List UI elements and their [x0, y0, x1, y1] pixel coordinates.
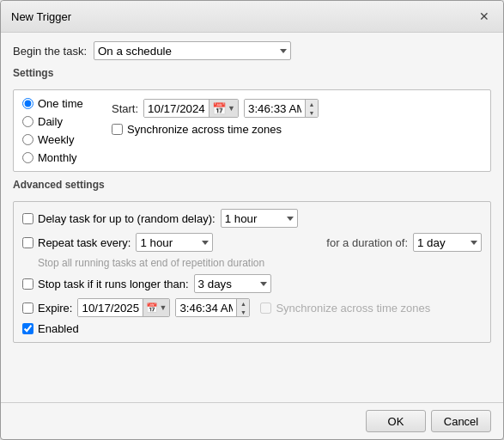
start-date-input[interactable] — [144, 100, 209, 117]
start-date-container: 📅 ▼ — [143, 99, 239, 118]
expire-label: Expire: — [38, 302, 72, 315]
start-row: Start: 📅 ▼ ▲ ▼ — [112, 99, 482, 136]
repeat-label: Repeat task every: — [38, 236, 131, 249]
begin-task-label: Begin the task: — [13, 45, 87, 58]
delay-select[interactable]: 1 hour 30 minutes 2 hours 4 hours 8 hour… — [221, 209, 298, 228]
radio-weekly[interactable]: Weekly — [22, 133, 100, 146]
expire-date-picker-button[interactable]: 📅 ▼ — [143, 299, 169, 316]
new-trigger-dialog: New Trigger ✕ Begin the task: On a sched… — [0, 0, 504, 440]
enabled-checkbox-container[interactable]: Enabled — [22, 322, 79, 335]
radio-monthly-label: Monthly — [38, 151, 77, 164]
time-spin-buttons: ▲ ▼ — [305, 100, 318, 117]
cancel-button[interactable]: Cancel — [431, 410, 491, 432]
expire-sync-timezone-label: Synchronize across time zones — [276, 302, 430, 315]
dialog-body: Begin the task: On a schedule At log on … — [1, 33, 503, 402]
radio-daily[interactable]: Daily — [22, 115, 100, 128]
expire-time-spin-up[interactable]: ▲ — [237, 299, 249, 308]
radio-daily-label: Daily — [38, 115, 63, 128]
enabled-checkbox[interactable] — [22, 323, 33, 334]
start-time-container: ▲ ▼ — [244, 99, 319, 118]
settings-box: One time Daily Weekly Monthly Sta — [13, 89, 491, 172]
calendar-icon: 📅 — [212, 102, 227, 115]
expire-date-container: 📅 ▼ — [77, 298, 170, 317]
duration-select[interactable]: 1 day 30 minutes 1 hour 12 hours Indefin… — [413, 233, 482, 252]
schedule-type-group: One time Daily Weekly Monthly — [22, 97, 100, 164]
time-spin-up[interactable]: ▲ — [306, 100, 318, 108]
expire-date-input[interactable] — [78, 299, 143, 316]
advanced-settings-label: Advanced settings — [13, 179, 491, 191]
expire-date-dropdown-arrow: ▼ — [159, 303, 167, 312]
delay-label: Delay task for up to (random delay): — [38, 212, 216, 225]
stop-long-checkbox[interactable] — [22, 278, 33, 290]
expire-time-container: ▲ ▼ — [175, 298, 250, 317]
delay-checkbox[interactable] — [22, 213, 33, 224]
close-button[interactable]: ✕ — [476, 8, 493, 25]
expire-time-spin-buttons: ▲ ▼ — [236, 299, 249, 316]
expire-checkbox[interactable] — [22, 302, 33, 314]
title-bar: New Trigger ✕ — [1, 1, 503, 33]
dialog-footer: OK Cancel — [1, 402, 503, 439]
stop-all-row: Stop all running tasks at end of repetit… — [22, 257, 482, 269]
repeat-row: Repeat task every: 1 hour 30 minutes 2 h… — [22, 233, 482, 252]
sync-timezone-container[interactable]: Synchronize across time zones — [112, 123, 282, 136]
stop-long-select[interactable]: 3 days 1 hour 2 hours 4 hours 1 day — [194, 274, 271, 293]
expire-checkbox-container[interactable]: Expire: — [22, 302, 72, 315]
time-spin-down[interactable]: ▼ — [306, 108, 318, 117]
expire-time-input[interactable] — [176, 299, 236, 316]
expire-sync-timezone-container[interactable]: Synchronize across time zones — [260, 302, 430, 315]
ok-button[interactable]: OK — [366, 410, 426, 432]
repeat-checkbox-container[interactable]: Repeat task every: — [22, 236, 131, 249]
stop-long-checkbox-container[interactable]: Stop task if it runs longer than: — [22, 278, 189, 290]
expire-sync-timezone-checkbox[interactable] — [260, 302, 271, 314]
repeat-checkbox[interactable] — [22, 237, 33, 248]
enabled-row: Enabled — [22, 322, 482, 335]
radio-weekly-label: Weekly — [38, 133, 74, 146]
radio-monthly[interactable]: Monthly — [22, 151, 100, 164]
date-picker-button[interactable]: 📅 ▼ — [209, 100, 238, 117]
expire-time-spin-down[interactable]: ▼ — [237, 308, 249, 316]
stop-all-label: Stop all running tasks at end of repetit… — [38, 257, 264, 269]
expire-row: Expire: 📅 ▼ ▲ ▼ — [22, 298, 482, 317]
expire-calendar-icon: 📅 — [146, 302, 158, 314]
radio-one-time-label: One time — [38, 97, 83, 110]
start-time-input[interactable] — [245, 100, 305, 117]
repeat-select[interactable]: 1 hour 30 minutes 2 hours 4 hours — [136, 233, 213, 252]
advanced-section: Delay task for up to (random delay): 1 h… — [13, 201, 491, 343]
enabled-label: Enabled — [38, 322, 79, 335]
start-label: Start: — [112, 102, 138, 115]
begin-task-select[interactable]: On a schedule At log on At startup On id… — [94, 41, 291, 60]
date-dropdown-arrow: ▼ — [228, 104, 235, 113]
delay-row: Delay task for up to (random delay): 1 h… — [22, 209, 482, 228]
stop-long-label: Stop task if it runs longer than: — [38, 278, 189, 290]
settings-label: Settings — [13, 67, 491, 79]
begin-task-row: Begin the task: On a schedule At log on … — [13, 41, 491, 60]
sync-timezone-start-label: Synchronize across time zones — [127, 123, 282, 136]
radio-one-time[interactable]: One time — [22, 97, 100, 110]
stop-long-row: Stop task if it runs longer than: 3 days… — [22, 274, 482, 293]
sync-timezone-start-checkbox[interactable] — [112, 124, 123, 135]
for-duration-label: for a duration of: — [326, 236, 408, 249]
start-area: Start: 📅 ▼ ▲ ▼ — [112, 97, 482, 164]
dialog-title: New Trigger — [11, 10, 71, 23]
delay-checkbox-container[interactable]: Delay task for up to (random delay): — [22, 212, 216, 225]
